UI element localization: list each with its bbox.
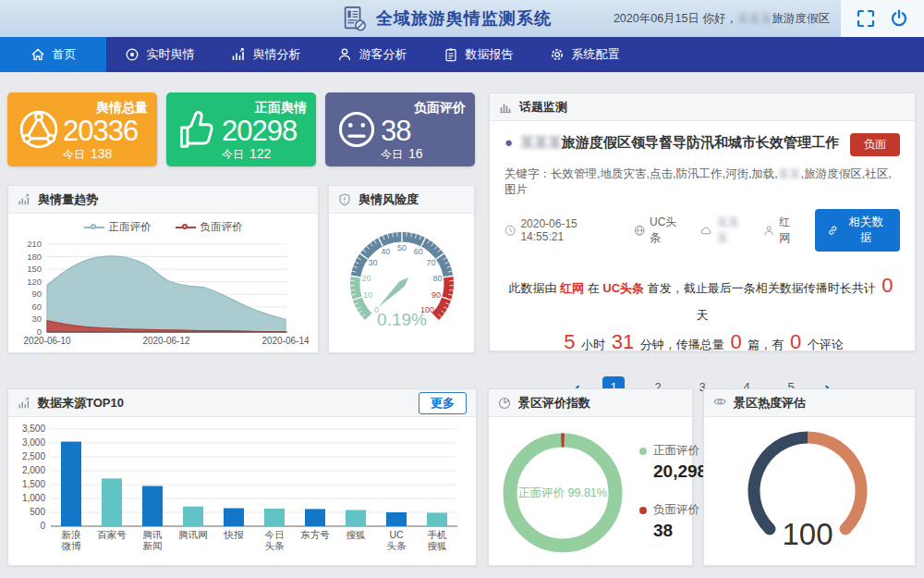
related-data-button[interactable]: 相关数据 [815,209,900,252]
report-icon [444,47,458,62]
main-nav: 首页实时舆情舆情分析游客分析数据报告系统配置 [0,37,924,72]
eye-icon [713,397,726,410]
nav-item-3[interactable]: 游客分析 [319,37,425,72]
panel-heat: 景区热度评估 100 [703,388,916,566]
topic-title-redacted: 某某某 [520,134,562,150]
svg-text:0: 0 [40,521,45,531]
svg-text:东方号: 东方号 [300,529,330,540]
panel-rating: 景区评价指数 正面评价 99.81% 正面评价20,298负面评价38 [488,388,693,566]
trend-area-chart: 03060901201501802102020-06-102020-06-122… [8,235,318,348]
svg-text:10: 10 [363,290,372,300]
network-icon [15,105,63,154]
svg-text:新闻: 新闻 [143,540,163,551]
panel-risk-header: 舆情风险度 [329,186,474,214]
topic-time: 2020-06-15 14:55:21 [505,217,619,243]
bar-6 [305,509,325,526]
svg-text:UC: UC [389,529,404,540]
rating-legend: 正面评价20,298负面评价38 [639,443,707,561]
svg-text:头条: 头条 [265,540,285,551]
svg-text:50: 50 [397,243,407,252]
stat-card-today: 今日138 [63,146,148,159]
svg-text:2,500: 2,500 [22,451,45,461]
svg-text:腾讯网: 腾讯网 [178,529,208,540]
target-icon [125,47,140,62]
stat-card-value: 20336 [63,117,148,146]
app-header: 全域旅游舆情监测系统 2020年06月15日 你好， 某某某 旅游度假区 [0,0,924,37]
svg-text:30: 30 [31,314,42,324]
more-button[interactable]: 更多 [419,392,467,414]
svg-text:头条: 头条 [387,540,407,551]
panel-sources-title: 数据来源TOP10 [38,395,124,412]
fullscreen-icon[interactable] [857,9,875,28]
shield-icon [338,193,351,206]
panel-trend-header: 舆情量趋势 [8,186,318,214]
svg-text:百家号: 百家号 [97,529,127,540]
user-icon [337,47,352,62]
bar-1 [102,478,122,526]
risk-gauge-chart: 01020304050607080901000.19% [329,214,474,352]
svg-text:手机: 手机 [428,529,448,540]
bar-3 [183,507,203,526]
svg-text:210: 210 [27,239,42,249]
chart-icon [231,47,246,62]
topic-site: 红网 [763,215,800,246]
svg-text:2,000: 2,000 [22,465,45,475]
nav-item-5[interactable]: 系统配置 [531,37,638,72]
svg-text:90: 90 [31,289,42,299]
nav-item-2[interactable]: 舆情分析 [213,37,319,72]
trend-legend-item-0[interactable]: 正面评价 [84,220,152,234]
cloud-icon [700,225,711,237]
trend-legend-item-1[interactable]: 负面评价 [176,220,243,234]
topic-platform: UC头条 [634,215,687,246]
gear-icon [550,47,565,62]
panel-topic: 话题监测 ● 某某某旅游度假区领导督导防汛和城市长效管理工作 负面 关键字：长效… [489,92,916,351]
trend-legend: 正面评价负面评价 [8,220,318,234]
svg-text:腾讯: 腾讯 [143,529,163,540]
app-title: 全域旅游舆情监测系统 [376,7,552,30]
svg-text:2020-06-10: 2020-06-10 [23,336,71,346]
svg-text:80: 80 [433,274,443,283]
svg-text:20: 20 [361,274,371,283]
stat-card-0: 舆情总量 20336 今日138 [7,92,157,166]
svg-text:2020-06-14: 2020-06-14 [261,336,310,346]
svg-text:2020-06-12: 2020-06-12 [142,336,190,346]
svg-text:180: 180 [27,252,42,262]
header-actions [841,0,924,37]
pie-icon [498,397,511,410]
nav-item-1[interactable]: 实时舆情 [106,37,213,72]
svg-text:0.19%: 0.19% [377,310,427,329]
bar-0 [61,442,81,527]
topic-title-link[interactable]: 某某某旅游度假区领导督导防汛和城市长效管理工作 [520,133,843,152]
rating-legend-item-0[interactable]: 正面评价20,298 [639,443,707,482]
svg-text:搜狐: 搜狐 [428,540,448,551]
rating-legend-item-1[interactable]: 负面评价38 [639,502,707,541]
panel-heat-title: 景区热度评估 [734,395,806,412]
topic-summary: 此数据由 红网 在 UC头条 首发，截止最后一条相关数据传播时长共计 0 天 5… [505,272,900,358]
power-icon[interactable] [890,9,908,28]
nav-item-4[interactable]: 数据报告 [425,37,531,72]
date-greeting: 2020年06月15日 你好， [614,11,737,27]
bar-4 [224,509,244,527]
svg-text:90: 90 [432,290,441,300]
thumbs-up-icon [174,105,222,154]
stat-card-value: 20298 [222,117,307,146]
topic-bullet: ● [505,133,513,152]
panel-trend: 舆情量趋势 正面评价负面评价 03060901201501802102020-0… [7,185,319,353]
panel-rating-header: 景区评价指数 [489,389,692,417]
svg-text:3,000: 3,000 [22,437,45,448]
stat-card-today: 今日122 [222,146,307,159]
neutral-face-icon [333,105,381,154]
panel-topic-title: 话题监测 [519,99,567,116]
bar-9 [427,512,447,526]
nav-item-0[interactable]: 首页 [0,37,106,72]
svg-text:120: 120 [27,277,42,287]
svg-text:今日: 今日 [265,529,285,540]
panel-risk: 舆情风险度 01020304050607080901000.19% [328,185,475,353]
bar-7 [346,510,366,526]
svg-text:微博: 微博 [62,540,82,551]
bar-5 [264,509,285,526]
svg-text:500: 500 [30,507,45,517]
svg-text:30: 30 [368,258,377,267]
panel-topic-header: 话题监测 [490,93,915,121]
rating-donut-chart: 正面评价 99.81% [491,417,638,565]
